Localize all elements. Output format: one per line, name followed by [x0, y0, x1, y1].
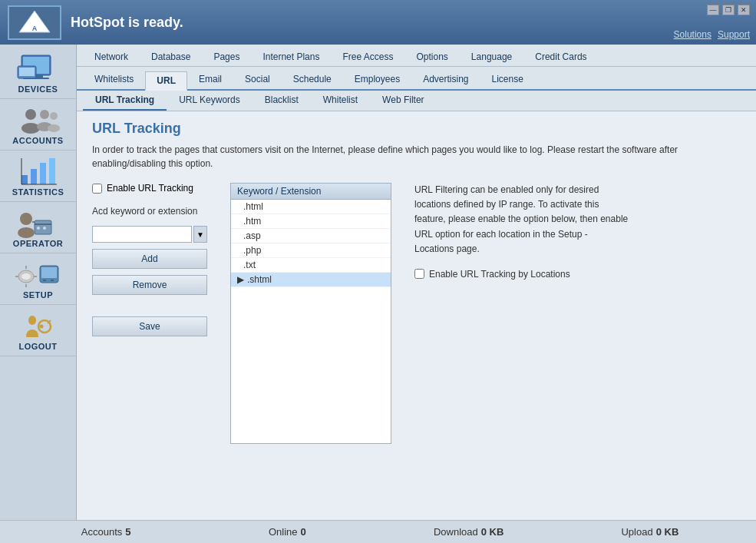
nav-options[interactable]: Options	[405, 48, 460, 66]
tracking-content: Enable URL Tracking Acd keyword or exten…	[92, 183, 741, 444]
nav-email[interactable]: Email	[187, 70, 233, 89]
content-area: Network Database Pages Internet Plans Fr…	[77, 45, 756, 520]
enable-tracking-checkbox[interactable]	[92, 184, 102, 194]
keyword-field-label: Acd keyword or extension	[92, 206, 215, 217]
svg-point-14	[48, 124, 60, 132]
sidebar-item-devices[interactable]: DEVICES	[0, 48, 76, 99]
svg-rect-37	[51, 280, 54, 281]
svg-point-24	[18, 227, 35, 238]
enable-by-locations-checkbox[interactable]	[414, 269, 424, 279]
svg-point-10	[21, 123, 40, 134]
minimize-button[interactable]: —	[707, 5, 719, 15]
page-title: URL Tracking	[92, 121, 741, 137]
list-item[interactable]: .html	[231, 200, 391, 214]
save-button[interactable]: Save	[92, 316, 207, 336]
enable-tracking-label: Enable URL Tracking	[107, 183, 193, 194]
svg-rect-36	[43, 280, 46, 281]
list-item[interactable]: .txt	[231, 258, 391, 273]
dropdown-arrow-icon[interactable]: ▼	[193, 226, 207, 243]
nav-url[interactable]: URL	[145, 71, 187, 91]
main-container: DEVICES ACCOUNTS STATISTICS	[0, 45, 756, 520]
nav-license[interactable]: License	[480, 70, 535, 89]
sidebar: DEVICES ACCOUNTS STATISTICS	[0, 45, 77, 520]
upload-value: 0 KB	[656, 526, 679, 538]
nav-whitelists[interactable]: Whitelists	[83, 70, 145, 89]
info-text: URL Filtering can be enabled only for de…	[414, 183, 629, 257]
enable-by-locations-label: Enable URL Tracking by Locations	[429, 269, 570, 280]
nav-internet-plans[interactable]: Internet Plans	[251, 48, 331, 66]
svg-text:A: A	[32, 25, 38, 32]
list-item[interactable]: .php	[231, 243, 391, 258]
keyword-input-row: ▼	[92, 226, 215, 243]
online-label: Online	[269, 526, 298, 538]
svg-point-38	[28, 316, 36, 325]
svg-rect-18	[49, 158, 55, 184]
sub-tab-blacklist[interactable]: Blacklist	[253, 91, 311, 111]
svg-rect-15	[21, 175, 28, 184]
svg-rect-17	[40, 163, 46, 184]
sub-tab-url-tracking[interactable]: URL Tracking	[83, 91, 167, 111]
nav-pages[interactable]: Pages	[202, 48, 251, 66]
nav-database[interactable]: Database	[140, 48, 202, 66]
nav-social[interactable]: Social	[233, 70, 282, 89]
svg-point-9	[25, 109, 36, 120]
middle-panel: Keyword / Extension .html .htm .asp .php…	[230, 183, 391, 444]
sidebar-item-setup[interactable]: SETUP	[0, 253, 76, 305]
svg-point-13	[50, 112, 58, 120]
svg-rect-22	[35, 223, 51, 225]
support-link[interactable]: Support	[718, 29, 750, 40]
svg-point-11	[40, 110, 49, 119]
keyword-input[interactable]	[92, 226, 192, 243]
list-item[interactable]: .asp	[231, 229, 391, 243]
sidebar-item-logout[interactable]: LOGOUT	[0, 305, 76, 356]
window-controls: — ❐ ✕	[707, 5, 750, 15]
top-links: Solutions Support	[674, 29, 750, 40]
statusbar: Accounts 5 Online 0 Download 0 KB Upload…	[0, 520, 756, 543]
left-panel: Enable URL Tracking Acd keyword or exten…	[92, 183, 215, 444]
add-button[interactable]: Add	[92, 249, 207, 269]
svg-rect-16	[31, 169, 37, 184]
maximize-button[interactable]: ❐	[722, 5, 735, 15]
download-value: 0 KB	[481, 526, 504, 538]
sub-tab-web-filter[interactable]: Web Filter	[370, 91, 436, 111]
keyword-list: Keyword / Extension .html .htm .asp .php…	[230, 183, 391, 444]
svg-rect-35	[41, 267, 57, 278]
nav-advertising[interactable]: Advertising	[411, 70, 480, 89]
enable-tracking-row: Enable URL Tracking	[92, 183, 215, 194]
sidebar-item-accounts[interactable]: ACCOUNTS	[0, 99, 76, 151]
online-value: 0	[301, 526, 306, 538]
nav-employees[interactable]: Employees	[343, 70, 411, 89]
sub-tabs: URL Tracking URL Keywords Blacklist Whit…	[77, 91, 756, 111]
svg-point-27	[43, 227, 46, 230]
app-title: HotSpot is ready.	[71, 15, 183, 31]
solutions-link[interactable]: Solutions	[674, 29, 711, 40]
nav-row-2: Whitelists URL Email Social Schedule Emp…	[77, 67, 756, 91]
status-download: Download 0 KB	[378, 526, 560, 538]
sidebar-item-operator[interactable]: OPERATOR	[0, 202, 76, 253]
sidebar-statistics-label: STATISTICS	[12, 187, 64, 197]
list-header: Keyword / Extension	[231, 184, 391, 200]
svg-point-26	[37, 227, 40, 230]
sub-tab-url-keywords[interactable]: URL Keywords	[167, 91, 253, 111]
sidebar-item-statistics[interactable]: STATISTICS	[0, 151, 76, 202]
nav-schedule[interactable]: Schedule	[282, 70, 343, 89]
sidebar-devices-label: DEVICES	[18, 84, 58, 94]
nav-language[interactable]: Language	[460, 48, 523, 66]
accounts-value: 5	[125, 526, 130, 538]
upload-label: Upload	[621, 526, 652, 538]
nav-network[interactable]: Network	[83, 48, 140, 66]
svg-point-23	[20, 213, 32, 225]
status-online: Online 0	[196, 526, 378, 538]
list-item-selected[interactable]: ▶.shtml	[231, 273, 391, 287]
list-item[interactable]: .htm	[231, 214, 391, 229]
arrow-icon: ▶	[237, 274, 244, 285]
sidebar-accounts-label: ACCOUNTS	[12, 136, 63, 145]
sidebar-setup-label: SETUP	[23, 290, 53, 300]
page-description: In order to track the pages that custome…	[92, 143, 706, 171]
nav-credit-cards[interactable]: Credit Cards	[523, 48, 598, 66]
remove-button[interactable]: Remove	[92, 275, 207, 295]
sub-tab-whitelist[interactable]: Whitelist	[311, 91, 370, 111]
nav-free-access[interactable]: Free Access	[331, 48, 404, 66]
app-logo: A ANTAMEDIA	[8, 5, 61, 40]
close-button[interactable]: ✕	[738, 5, 750, 15]
